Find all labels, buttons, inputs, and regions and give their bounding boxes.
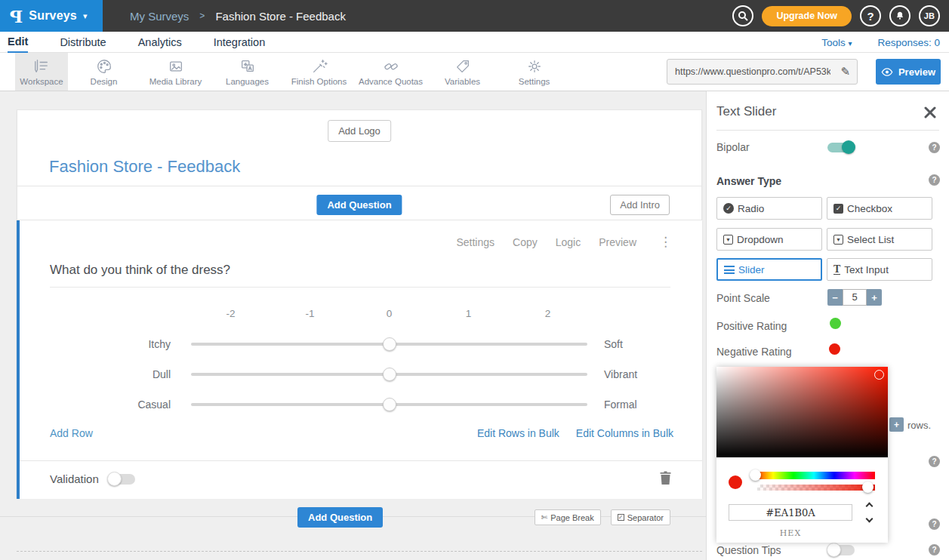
search-button[interactable] bbox=[732, 5, 753, 26]
delete-question-button[interactable] bbox=[660, 471, 671, 488]
toolbar-item-advance-quotas[interactable]: Advance Quotas bbox=[355, 53, 427, 91]
color-format-label: HEX bbox=[729, 528, 852, 538]
slider-scale-labels: -2 -1 0 1 2 bbox=[191, 308, 587, 319]
responses-count[interactable]: Responses: 0 bbox=[877, 37, 940, 48]
toolbar-item-media-library[interactable]: Media Library bbox=[140, 53, 211, 91]
breadcrumb-my-surveys[interactable]: My Surveys bbox=[130, 10, 189, 23]
edit-rows-bulk-link[interactable]: Edit Rows in Bulk bbox=[477, 427, 559, 439]
answer-type-select-list[interactable]: ▼ Select List bbox=[827, 228, 932, 251]
edit-url-pencil-icon[interactable]: ✎ bbox=[833, 65, 857, 78]
bipolar-help-icon[interactable]: ? bbox=[929, 142, 940, 153]
top-bar: P Surveys ▾ My Surveys > Fashion Store -… bbox=[0, 0, 949, 32]
question-tips-toggle[interactable] bbox=[827, 545, 855, 555]
add-row-link[interactable]: Add Row bbox=[50, 427, 93, 439]
saturation-selector-ring[interactable] bbox=[874, 370, 884, 380]
toolbar-item-workspace[interactable]: Workspace bbox=[15, 53, 68, 91]
slider-handle[interactable] bbox=[383, 337, 396, 351]
help-icon[interactable]: ? bbox=[929, 518, 940, 530]
point-scale-increase-button[interactable]: + bbox=[867, 289, 882, 306]
color-picker-popup: HEX bbox=[716, 367, 888, 543]
tab-integration[interactable]: Integration bbox=[214, 32, 266, 53]
question-settings-link[interactable]: Settings bbox=[456, 236, 495, 248]
slider-track[interactable] bbox=[191, 365, 587, 383]
rows-increase-button[interactable]: + bbox=[889, 417, 904, 432]
slider-type-icon bbox=[724, 266, 735, 274]
tools-menu[interactable]: Tools ▾ bbox=[821, 37, 852, 48]
answer-type-radio[interactable]: ✓ Radio bbox=[716, 197, 822, 220]
toolbar-item-design[interactable]: Design bbox=[68, 53, 140, 91]
negative-rating-color-swatch[interactable] bbox=[829, 343, 840, 355]
add-logo-button[interactable]: Add Logo bbox=[328, 120, 391, 142]
answer-type-label: Answer Type bbox=[716, 175, 781, 187]
product-switcher[interactable]: P Surveys ▾ bbox=[0, 0, 103, 32]
bipolar-toggle[interactable] bbox=[827, 143, 855, 152]
edit-columns-bulk-link[interactable]: Edit Columns in Bulk bbox=[576, 427, 673, 439]
question-title[interactable]: What do you think of the dress? bbox=[50, 263, 230, 278]
slider-right-label[interactable]: Vibrant bbox=[604, 368, 637, 380]
tab-distribute[interactable]: Distribute bbox=[60, 32, 106, 53]
question-actions: Settings Copy Logic Preview ⋮ bbox=[456, 234, 672, 250]
answer-type-dropdown[interactable]: ▼ Dropdown bbox=[716, 228, 822, 251]
add-question-button-bottom[interactable]: Add Question bbox=[297, 507, 383, 528]
slider-row-itchy-soft: Itchy Soft bbox=[20, 335, 705, 353]
answer-type-slider[interactable]: Slider bbox=[716, 258, 822, 281]
user-avatar[interactable]: JB bbox=[919, 5, 940, 26]
slider-track[interactable] bbox=[191, 335, 587, 353]
hue-slider[interactable] bbox=[753, 472, 875, 479]
dropdown-icon: ▼ bbox=[723, 235, 733, 245]
question-preview-link[interactable]: Preview bbox=[599, 236, 636, 248]
panel-title: Text Slider bbox=[716, 104, 776, 119]
question-tips-help-icon[interactable]: ? bbox=[929, 544, 940, 555]
alpha-slider[interactable] bbox=[757, 485, 875, 491]
question-copy-link[interactable]: Copy bbox=[513, 236, 538, 248]
toolbar-item-variables[interactable]: Variables bbox=[427, 53, 498, 91]
page-break-button[interactable]: ✄ Page Break bbox=[535, 509, 601, 525]
finish-options-wand-icon bbox=[311, 58, 328, 75]
slider-left-label[interactable]: Itchy bbox=[20, 338, 171, 350]
answer-type-checkbox[interactable]: ✓ Checkbox bbox=[827, 197, 932, 220]
search-icon bbox=[738, 11, 748, 21]
slider-handle[interactable] bbox=[383, 398, 396, 411]
saturation-value-area[interactable] bbox=[716, 367, 888, 457]
slider-track[interactable] bbox=[191, 395, 587, 414]
toolbar-item-settings[interactable]: Settings bbox=[498, 53, 570, 91]
hue-slider-handle[interactable] bbox=[750, 469, 761, 481]
point-scale-decrease-button[interactable]: − bbox=[827, 289, 843, 306]
slider-left-label[interactable]: Dull bbox=[20, 368, 171, 380]
help-button[interactable]: ? bbox=[860, 5, 881, 26]
notifications-button[interactable] bbox=[889, 5, 910, 26]
survey-url-input[interactable] bbox=[667, 66, 833, 77]
chevron-up-icon bbox=[865, 503, 873, 510]
add-intro-button[interactable]: Add Intro bbox=[610, 195, 670, 215]
toolbar-item-finish-options[interactable]: Finish Options bbox=[283, 53, 355, 91]
separator-checkbox-icon: ✓ bbox=[618, 514, 624, 521]
breadcrumb: My Surveys > Fashion Store - Feedback bbox=[130, 0, 346, 32]
separator-button[interactable]: ✓ Separator bbox=[611, 509, 670, 525]
slider-right-label[interactable]: Formal bbox=[604, 398, 637, 411]
slider-handle[interactable] bbox=[383, 368, 396, 381]
alpha-slider-handle[interactable] bbox=[862, 482, 874, 493]
question-more-menu-icon[interactable]: ⋮ bbox=[659, 234, 672, 250]
help-icon[interactable]: ? bbox=[929, 456, 940, 467]
divider bbox=[716, 130, 939, 131]
add-question-button-top[interactable]: Add Question bbox=[316, 195, 402, 215]
question-logic-link[interactable]: Logic bbox=[556, 236, 581, 248]
preview-button[interactable]: Preview bbox=[876, 59, 941, 85]
toolbar-item-languages[interactable]: Languages bbox=[211, 53, 283, 91]
slider-right-label[interactable]: Soft bbox=[604, 338, 623, 350]
hex-color-input[interactable] bbox=[729, 504, 852, 521]
trash-icon bbox=[660, 471, 671, 485]
answer-type-text-input[interactable]: T Text Input bbox=[827, 258, 932, 281]
close-panel-button[interactable] bbox=[924, 106, 936, 118]
divider bbox=[20, 460, 702, 461]
upgrade-now-button[interactable]: Upgrade Now bbox=[762, 6, 852, 26]
survey-title[interactable]: Fashion Store - Feedback bbox=[49, 157, 240, 177]
tab-edit[interactable]: Edit bbox=[8, 32, 28, 53]
point-scale-value[interactable]: 5 bbox=[843, 289, 867, 306]
positive-rating-color-swatch[interactable] bbox=[830, 318, 841, 329]
tab-analytics[interactable]: Analytics bbox=[138, 32, 182, 53]
validation-toggle[interactable] bbox=[108, 474, 135, 485]
answer-type-help-icon[interactable]: ? bbox=[929, 174, 940, 186]
slider-left-label[interactable]: Casual bbox=[20, 398, 171, 411]
color-format-stepper[interactable] bbox=[863, 503, 875, 522]
